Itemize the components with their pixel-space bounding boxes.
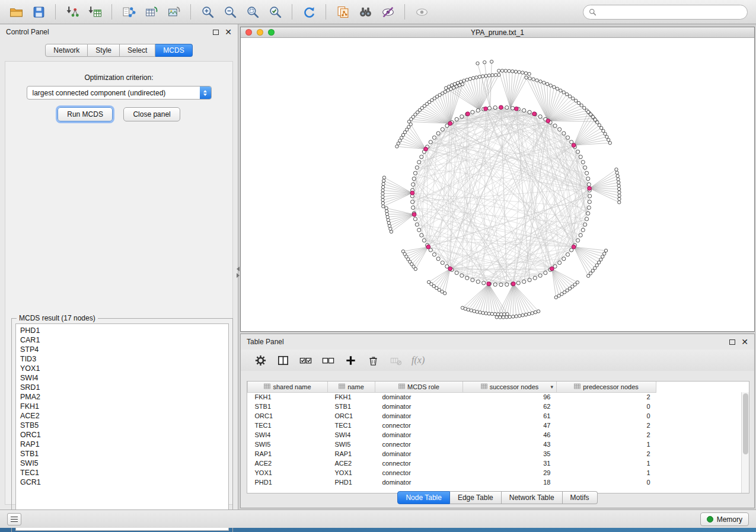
network-node[interactable] (566, 253, 569, 257)
network-node[interactable] (544, 271, 547, 274)
network-node[interactable] (618, 191, 621, 194)
network-node[interactable] (472, 76, 475, 79)
mcds-result-node[interactable]: STB1 (20, 449, 228, 459)
network-node[interactable] (558, 127, 562, 131)
network-node[interactable] (478, 75, 481, 78)
network-node[interactable] (460, 115, 464, 118)
unselect-all-checkbox-icon[interactable] (319, 352, 337, 368)
network-node[interactable] (587, 206, 591, 209)
share-network-icon[interactable] (119, 2, 138, 21)
network-node[interactable] (490, 60, 493, 63)
add-row-icon[interactable] (342, 352, 359, 368)
table-tab-motifs[interactable]: Motifs (563, 491, 598, 504)
network-node[interactable] (515, 315, 518, 318)
network-node[interactable] (514, 70, 517, 73)
mcds-hub-node[interactable] (410, 191, 414, 195)
network-node[interactable] (412, 177, 416, 181)
network-node[interactable] (505, 316, 508, 319)
network-node[interactable] (381, 198, 384, 201)
mcds-hub-node[interactable] (484, 107, 488, 111)
network-node[interactable] (476, 280, 480, 283)
network-node[interactable] (602, 129, 605, 132)
status-menu-button[interactable] (7, 513, 21, 525)
network-node[interactable] (524, 313, 527, 316)
network-node[interactable] (597, 261, 600, 264)
tab-mcds[interactable]: MCDS (155, 44, 192, 57)
network-node[interactable] (566, 136, 569, 139)
hide-selected-icon[interactable] (378, 2, 397, 21)
mcds-hub-node[interactable] (499, 105, 503, 110)
clone-network-icon[interactable] (333, 2, 352, 21)
network-node[interactable] (512, 315, 515, 318)
mcds-result-node[interactable]: FKH1 (20, 402, 228, 411)
network-node[interactable] (504, 69, 507, 72)
table-row[interactable]: ORC1ORC1dominator610 (248, 411, 656, 421)
mcds-hub-node[interactable] (511, 282, 515, 286)
network-node[interactable] (617, 187, 620, 190)
close-table-panel-icon[interactable]: ✕ (741, 338, 748, 346)
network-node[interactable] (460, 274, 464, 277)
network-node[interactable] (476, 108, 480, 112)
network-node[interactable] (579, 155, 582, 159)
network-node[interactable] (604, 132, 607, 135)
mcds-hub-node[interactable] (588, 186, 592, 190)
network-node[interactable] (618, 201, 621, 204)
mcds-hub-node[interactable] (426, 245, 430, 249)
network-node[interactable] (470, 309, 473, 312)
network-node[interactable] (479, 311, 481, 314)
memory-button[interactable]: Memory (700, 512, 749, 526)
network-node[interactable] (432, 253, 436, 257)
mcds-hub-node[interactable] (448, 267, 452, 271)
network-node[interactable] (385, 207, 388, 210)
network-node[interactable] (522, 280, 526, 283)
network-node[interactable] (417, 228, 421, 232)
network-node[interactable] (617, 184, 620, 187)
network-node[interactable] (395, 145, 398, 148)
table-row[interactable]: SWI4SWI4dominator462 (248, 430, 656, 440)
network-node[interactable] (556, 87, 559, 90)
table-row[interactable]: YOX1YOX1connector291 (248, 468, 656, 477)
network-node[interactable] (587, 182, 591, 186)
network-node[interactable] (599, 258, 602, 261)
network-node[interactable] (585, 217, 588, 221)
network-node[interactable] (381, 185, 384, 188)
network-node[interactable] (576, 150, 579, 153)
network-node[interactable] (482, 281, 486, 285)
network-node[interactable] (586, 110, 589, 113)
network-node[interactable] (618, 197, 621, 200)
network-node[interactable] (588, 200, 591, 204)
table-row[interactable]: STB1STB1dominator620 (248, 402, 656, 411)
network-node[interactable] (586, 211, 590, 215)
table-scrollbar[interactable] (741, 392, 749, 493)
network-node[interactable] (503, 313, 506, 316)
mcds-hub-node[interactable] (550, 267, 554, 271)
network-node[interactable] (385, 213, 388, 216)
mcds-result-node[interactable]: ACE2 (20, 411, 228, 421)
network-node[interactable] (604, 249, 607, 252)
mcds-hub-node[interactable] (572, 245, 576, 249)
mcds-hub-node[interactable] (466, 112, 470, 116)
network-node[interactable] (413, 171, 417, 175)
mcds-result-node[interactable]: STP4 (20, 345, 228, 354)
network-node[interactable] (415, 166, 419, 169)
table-row[interactable]: PHD1PHD1dominator180 (248, 477, 656, 487)
network-node[interactable] (583, 223, 587, 226)
table-row[interactable]: SWI5SWI5connector431 (248, 440, 656, 449)
table-row[interactable]: TEC1TEC1connector472 (248, 421, 656, 430)
network-node[interactable] (581, 228, 585, 232)
network-node[interactable] (600, 126, 603, 129)
zoom-selected-icon[interactable] (266, 2, 285, 21)
network-node[interactable] (414, 267, 417, 270)
network-node[interactable] (385, 210, 388, 213)
tab-network[interactable]: Network (45, 44, 88, 57)
mcds-result-node[interactable]: TID3 (20, 354, 228, 364)
mcds-hub-node[interactable] (412, 213, 416, 217)
network-node[interactable] (506, 313, 509, 316)
mcds-result-node[interactable]: SWI5 (20, 459, 228, 468)
find-icon[interactable] (356, 2, 375, 21)
table-tab-node-table[interactable]: Node Table (397, 491, 450, 504)
network-node[interactable] (588, 194, 592, 198)
network-node[interactable] (546, 82, 548, 85)
network-node[interactable] (538, 274, 542, 277)
network-node[interactable] (468, 78, 471, 81)
